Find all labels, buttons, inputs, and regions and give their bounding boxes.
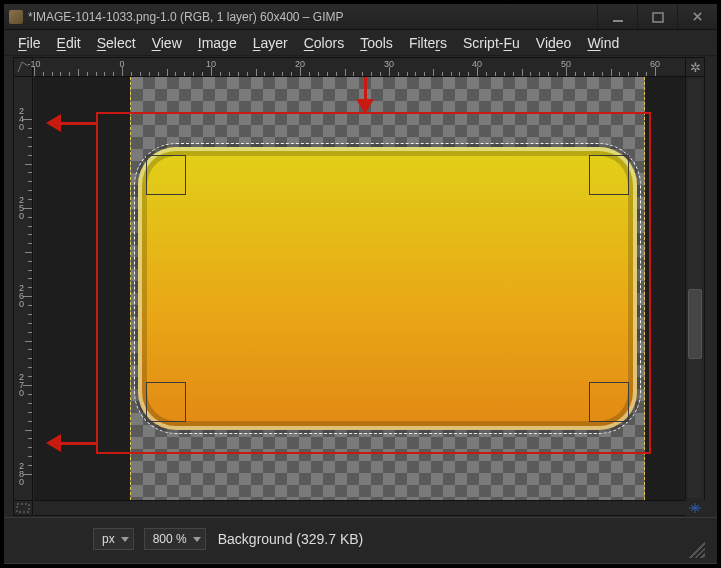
app-window: *IMAGE-1014-1033.png-1.0 (RGB, 1 layer) … bbox=[3, 3, 718, 565]
menu-file[interactable]: File bbox=[12, 33, 47, 53]
statusbar: px 800 % Background (329.7 KB) bbox=[4, 517, 717, 564]
annotation-rect bbox=[96, 112, 651, 454]
menu-select[interactable]: Select bbox=[91, 33, 142, 53]
chevron-down-icon bbox=[193, 537, 201, 542]
menu-tools[interactable]: Tools bbox=[354, 33, 399, 53]
ruler-h-label: 30 bbox=[384, 59, 394, 69]
svg-rect-2 bbox=[17, 504, 29, 512]
window-title: *IMAGE-1014-1033.png-1.0 (RGB, 1 layer) … bbox=[28, 10, 597, 24]
workarea: ✲ -100102030405060 240250260270280 bbox=[4, 57, 717, 516]
menu-layer[interactable]: Layer bbox=[247, 33, 294, 53]
ruler-v-label: 250 bbox=[19, 196, 24, 220]
svg-rect-0 bbox=[613, 20, 623, 22]
nav-preview-icon[interactable] bbox=[685, 500, 705, 516]
ruler-h-label: 40 bbox=[472, 59, 482, 69]
maximize-button[interactable] bbox=[637, 4, 677, 29]
status-layer-label: Background (329.7 KB) bbox=[218, 531, 679, 547]
ruler-h-label: 0 bbox=[119, 59, 124, 69]
annotation-arrow-left-bottom bbox=[46, 434, 97, 452]
unit-combo[interactable]: px bbox=[93, 528, 134, 550]
chevron-down-icon bbox=[121, 537, 129, 542]
ruler-h-label: 20 bbox=[295, 59, 305, 69]
menu-edit[interactable]: Edit bbox=[51, 33, 87, 53]
ruler-v-label: 240 bbox=[19, 107, 24, 131]
menubar: FileEditSelectViewImageLayerColorsToolsF… bbox=[4, 30, 717, 56]
ruler-h-label: 10 bbox=[206, 59, 216, 69]
ruler-h-label: -10 bbox=[27, 59, 40, 69]
quickmask-corner[interactable] bbox=[13, 500, 33, 516]
menu-colors[interactable]: Colors bbox=[298, 33, 350, 53]
menu-image[interactable]: Image bbox=[192, 33, 243, 53]
ruler-vertical[interactable]: 240250260270280 bbox=[13, 77, 33, 500]
menu-video[interactable]: Video bbox=[530, 33, 578, 53]
gimp-icon bbox=[9, 10, 23, 24]
titlebar[interactable]: *IMAGE-1014-1033.png-1.0 (RGB, 1 layer) … bbox=[4, 4, 717, 30]
ruler-v-label: 280 bbox=[19, 462, 24, 486]
menu-filters[interactable]: Filters bbox=[403, 33, 453, 53]
scrollbar-thumb-v[interactable] bbox=[688, 289, 702, 359]
annotation-arrow-down bbox=[356, 77, 374, 114]
menu-wind[interactable]: Wind bbox=[581, 33, 625, 53]
menu-view[interactable]: View bbox=[146, 33, 188, 53]
ruler-horizontal[interactable]: -100102030405060 bbox=[34, 57, 685, 77]
close-button[interactable] bbox=[677, 4, 717, 29]
canvas-viewport[interactable] bbox=[34, 77, 685, 500]
zoom-combo[interactable]: 800 % bbox=[144, 528, 206, 550]
unit-label: px bbox=[102, 532, 115, 546]
scrollbar-vertical[interactable] bbox=[685, 77, 705, 500]
minimize-button[interactable] bbox=[597, 4, 637, 29]
menu-script-fu[interactable]: Script-Fu bbox=[457, 33, 526, 53]
annotation-arrow-left-top bbox=[46, 114, 97, 132]
ruler-h-label: 50 bbox=[561, 59, 571, 69]
zoom-label: 800 % bbox=[153, 532, 187, 546]
canvas[interactable] bbox=[130, 77, 645, 500]
ruler-v-label: 270 bbox=[19, 373, 24, 397]
ruler-v-label: 260 bbox=[19, 284, 24, 308]
ruler-h-label: 60 bbox=[650, 59, 660, 69]
zoom-fit-corner[interactable]: ✲ bbox=[685, 57, 705, 77]
svg-rect-1 bbox=[653, 13, 663, 22]
resize-grip[interactable] bbox=[689, 542, 705, 558]
scrollbar-horizontal[interactable] bbox=[34, 500, 685, 516]
